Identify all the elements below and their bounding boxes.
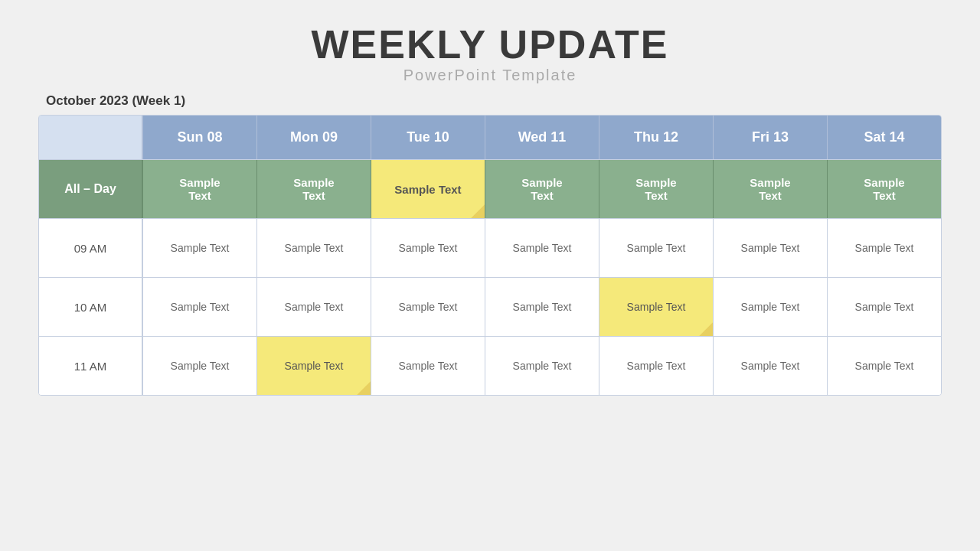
allday-cell-0[interactable]: SampleText <box>142 160 256 218</box>
cell-0-2[interactable]: Sample Text <box>371 219 485 277</box>
calendar-header: Sun 08 Mon 09 Tue 10 Wed 11 Thu 12 Fri 1… <box>39 116 941 159</box>
header-day-6: Sat 14 <box>827 116 941 159</box>
cell-0-6[interactable]: Sample Text <box>827 219 941 277</box>
cell-1-1[interactable]: Sample Text <box>256 278 371 336</box>
time-label-1: 10 AM <box>39 278 142 336</box>
allday-cell-5[interactable]: SampleText <box>713 160 827 218</box>
time-row-0: 09 AM Sample Text Sample Text Sample Tex… <box>39 218 941 277</box>
calendar: Sun 08 Mon 09 Tue 10 Wed 11 Thu 12 Fri 1… <box>38 115 942 396</box>
cell-0-0[interactable]: Sample Text <box>142 219 256 277</box>
cell-0-5[interactable]: Sample Text <box>713 219 827 277</box>
header-day-0: Sun 08 <box>142 116 256 159</box>
cell-1-4[interactable]: Sample Text <box>599 278 713 336</box>
time-label-0: 09 AM <box>39 219 142 277</box>
header-empty-cell <box>39 116 142 159</box>
cell-2-5[interactable]: Sample Text <box>713 337 827 395</box>
allday-cell-1[interactable]: SampleText <box>256 160 371 218</box>
header-day-5: Fri 13 <box>713 116 827 159</box>
allday-cell-3[interactable]: SampleText <box>485 160 599 218</box>
cell-2-1[interactable]: Sample Text <box>256 337 371 395</box>
cell-2-0[interactable]: Sample Text <box>142 337 256 395</box>
time-row-2: 11 AM Sample Text Sample Text Sample Tex… <box>39 336 941 395</box>
cell-1-2[interactable]: Sample Text <box>371 278 485 336</box>
cell-2-6[interactable]: Sample Text <box>827 337 941 395</box>
time-label-2: 11 AM <box>39 337 142 395</box>
week-label: October 2023 (Week 1) <box>46 93 185 109</box>
time-row-1: 10 AM Sample Text Sample Text Sample Tex… <box>39 277 941 336</box>
cell-1-6[interactable]: Sample Text <box>827 278 941 336</box>
cell-1-0[interactable]: Sample Text <box>142 278 256 336</box>
cell-0-1[interactable]: Sample Text <box>256 219 371 277</box>
header-day-4: Thu 12 <box>599 116 713 159</box>
page: WEEKLY UPDATE PowerPoint Template Octobe… <box>0 0 980 551</box>
cell-2-3[interactable]: Sample Text <box>485 337 599 395</box>
cell-0-3[interactable]: Sample Text <box>485 219 599 277</box>
header-day-1: Mon 09 <box>256 116 371 159</box>
cell-0-4[interactable]: Sample Text <box>599 219 713 277</box>
cell-2-4[interactable]: Sample Text <box>599 337 713 395</box>
header-day-3: Wed 11 <box>485 116 599 159</box>
allday-cell-6[interactable]: SampleText <box>827 160 941 218</box>
page-subtitle: PowerPoint Template <box>403 67 577 84</box>
cell-1-5[interactable]: Sample Text <box>713 278 827 336</box>
cell-1-3[interactable]: Sample Text <box>485 278 599 336</box>
allday-cell-4[interactable]: SampleText <box>599 160 713 218</box>
cell-2-2[interactable]: Sample Text <box>371 337 485 395</box>
allday-label: All – Day <box>39 160 142 218</box>
header-day-2: Tue 10 <box>371 116 485 159</box>
allday-cell-2[interactable]: Sample Text <box>371 160 485 218</box>
allday-row: All – Day SampleText SampleText Sample T… <box>39 159 941 218</box>
page-title: WEEKLY UPDATE <box>311 23 668 67</box>
